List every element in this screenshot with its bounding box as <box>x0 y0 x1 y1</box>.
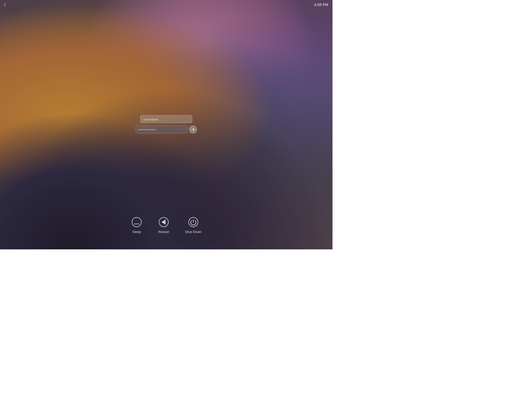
arrow-right-icon <box>191 128 195 131</box>
username-input[interactable] <box>140 115 192 123</box>
shutdown-button[interactable]: Shut Down <box>185 216 202 234</box>
restart-icon <box>158 216 169 228</box>
bottom-buttons: Sleep Restart Shut Down <box>131 216 202 234</box>
time-display: 4:08 PM <box>314 3 328 7</box>
shutdown-label: Shut Down <box>185 230 202 234</box>
sleep-button[interactable]: Sleep <box>131 216 142 234</box>
top-bar:  4:08 PM <box>0 0 332 9</box>
restart-label: Restart <box>158 230 169 234</box>
sleep-icon <box>131 216 142 228</box>
apple-logo-icon:  <box>4 2 6 7</box>
password-input[interactable] <box>136 126 188 134</box>
password-row <box>136 126 197 134</box>
restart-button[interactable]: Restart <box>158 216 169 234</box>
submit-button[interactable] <box>189 126 197 134</box>
power-icon <box>188 216 199 228</box>
sleep-label: Sleep <box>132 230 141 234</box>
svg-marker-4 <box>162 220 165 224</box>
login-container <box>136 115 197 134</box>
svg-point-0 <box>132 217 141 227</box>
